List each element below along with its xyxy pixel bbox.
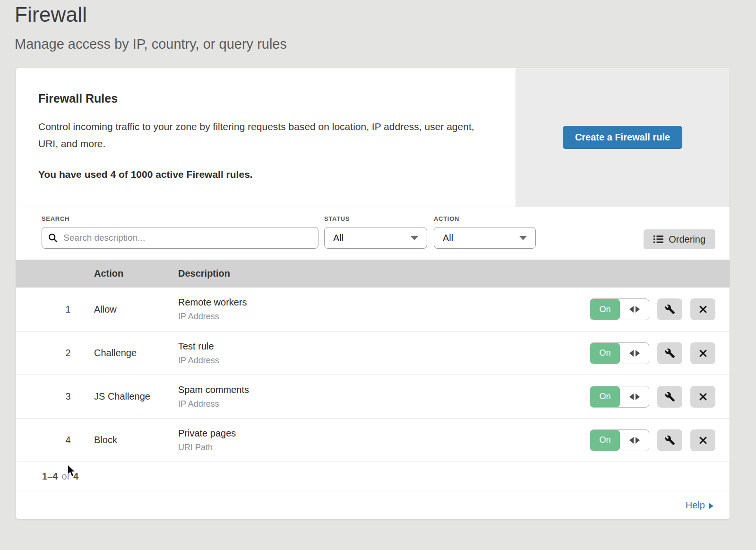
rule-priority: 3 [42,391,94,402]
arrow-right-icon [636,437,640,444]
arrow-left-icon [629,437,634,444]
edit-rule-button[interactable] [657,429,682,451]
rule-match-type: IP Address [178,399,590,409]
rule-priority: 2 [42,348,94,358]
help-link-label: Help [686,500,705,511]
rules-intro-text: Firewall Rules Control incoming traffic … [16,68,515,207]
create-firewall-rule-button[interactable]: Create a Firewall rule [563,126,682,149]
status-label: STATUS [324,215,427,222]
filters-bar: SEARCH STATUS All ACTION All [16,207,730,260]
delete-rule-button[interactable] [690,429,715,451]
rule-action: JS Challenge [94,391,178,402]
search-label: SEARCH [42,215,318,222]
pagination: 1–4 of 4 [16,462,730,491]
toggle-on-segment[interactable]: On [590,386,620,407]
rule-enabled-toggle[interactable]: On [590,429,649,451]
pagination-of: of [61,471,69,482]
edit-rule-button[interactable] [657,386,682,408]
rules-heading: Firewall Rules [38,92,487,105]
help-arrow-icon [709,503,713,509]
action-select-value: All [443,233,453,244]
rule-match-type: IP Address [178,312,590,322]
arrow-left-icon [629,350,634,357]
edit-rule-button[interactable] [657,298,682,320]
rules-intro-section: Firewall Rules Control incoming traffic … [16,68,730,207]
toggle-handle[interactable] [620,386,649,407]
delete-rule-button[interactable] [690,342,715,364]
card-footer: Help [16,491,730,519]
table-row: 3 JS Challenge Spam comments IP Address … [16,375,730,418]
table-row: 4 Block Private pages URI Path On [16,418,730,462]
help-link[interactable]: Help [686,500,713,511]
arrow-left-icon [629,306,634,313]
toggle-on-segment[interactable]: On [590,343,620,364]
rule-enabled-toggle[interactable]: On [590,298,649,320]
rule-action: Challenge [94,348,178,358]
rule-controls: On [590,342,730,364]
page-header: Firewall Manage access by IP, country, o… [0,0,756,65]
table-header: Action Description [16,260,730,288]
table-row: 2 Challenge Test rule IP Address On [16,331,730,375]
close-icon [698,392,708,402]
rule-description: Remote workers [178,297,590,308]
pagination-range: 1–4 [42,471,58,482]
rule-description-cell: Private pages URI Path [178,428,590,453]
table-row: 1 Allow Remote workers IP Address On [16,288,730,331]
page-subtitle: Manage access by IP, country, or query r… [15,36,756,52]
rule-match-type: IP Address [178,356,590,366]
close-icon [698,305,708,314]
rule-enabled-toggle[interactable]: On [590,386,649,408]
arrow-left-icon [629,393,634,400]
search-icon [48,233,58,243]
firewall-rules-card: Firewall Rules Control incoming traffic … [16,68,730,520]
arrow-right-icon [636,306,640,313]
toggle-handle[interactable] [620,299,649,320]
rule-controls: On [590,386,730,408]
rule-controls: On [590,429,730,451]
rules-usage-note: You have used 4 of 1000 active Firewall … [38,169,487,180]
wrench-icon [665,392,675,402]
rule-enabled-toggle[interactable]: On [590,342,649,364]
action-filter: ACTION All [434,215,536,249]
edit-rule-button[interactable] [657,342,682,364]
status-select[interactable]: All [324,227,427,249]
close-icon [698,349,708,358]
rule-description: Test rule [178,341,590,352]
wrench-icon [665,304,675,314]
action-select[interactable]: All [434,227,536,249]
ordered-list-icon [653,235,663,244]
rule-priority: 1 [42,304,94,315]
toggle-on-segment[interactable]: On [590,299,620,320]
action-label: ACTION [434,215,536,222]
search-input[interactable] [62,232,312,244]
description-column-header: Description [178,268,730,279]
ordering-button-label: Ordering [669,234,705,245]
status-filter: STATUS All [324,215,427,249]
rule-description-cell: Test rule IP Address [178,341,590,366]
arrow-right-icon [636,350,640,357]
create-rule-panel: Create a Firewall rule [515,68,730,207]
wrench-icon [665,435,675,445]
toggle-on-segment[interactable]: On [590,430,620,451]
rule-action: Allow [94,304,178,315]
delete-rule-button[interactable] [690,386,715,408]
action-column-header: Action [94,268,178,279]
arrow-right-icon [636,393,640,400]
rules-description: Control incoming traffic to your zone by… [38,118,485,152]
rule-description: Private pages [178,428,590,439]
rule-controls: On [590,298,730,320]
page-title: Firewall [15,3,756,26]
status-select-value: All [333,233,344,244]
search-filter: SEARCH [42,215,318,249]
rule-priority: 4 [42,435,94,445]
rule-description-cell: Spam comments IP Address [178,384,590,409]
search-box [42,227,318,249]
toggle-handle[interactable] [620,343,649,364]
rule-description-cell: Remote workers IP Address [178,297,590,322]
ordering-button[interactable]: Ordering [644,229,715,249]
chevron-down-icon [411,236,418,240]
rules-table-body: 1 Allow Remote workers IP Address On [16,288,730,462]
toggle-handle[interactable] [620,430,649,451]
rule-description: Spam comments [178,384,590,395]
delete-rule-button[interactable] [690,298,715,320]
